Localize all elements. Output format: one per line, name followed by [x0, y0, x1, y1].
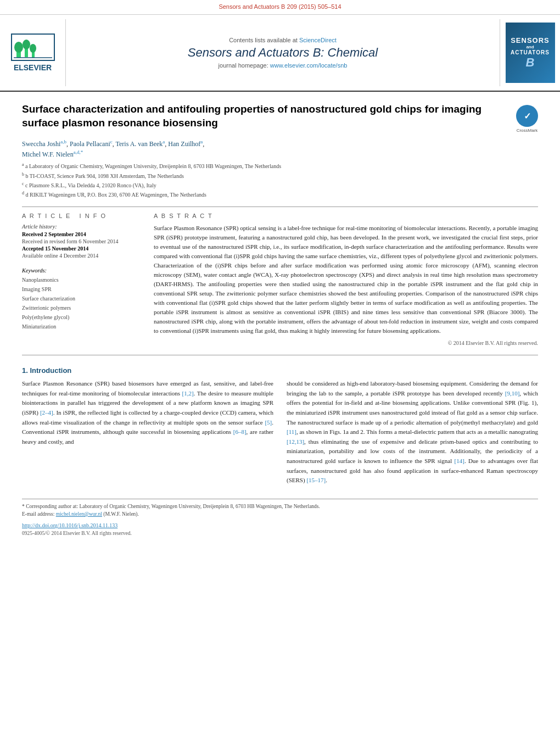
- intro-paragraph-1: Surface Plasmon Resonance (SPR) based bi…: [22, 379, 273, 447]
- ref-9-10[interactable]: [9,10]: [505, 390, 520, 397]
- divider-2: [22, 355, 538, 355]
- ref-11[interactable]: [11]: [287, 428, 296, 435]
- affiliations: a a Laboratory of Organic Chemistry, Wag…: [22, 161, 538, 199]
- homepage-line: journal homepage: www.elsevier.com/locat…: [219, 62, 348, 69]
- revised-date: Received in revised form 6 November 2014: [22, 237, 143, 246]
- received-date: Received 2 September 2014: [22, 231, 143, 237]
- intro-paragraph-2: should be considered as high-end laborat…: [287, 379, 538, 486]
- keyword-5: Poly(ethylene glycol): [22, 313, 143, 322]
- accepted-date: Accepted 15 November 2014: [22, 246, 143, 252]
- crossmark-badge: ✓ CrossMark: [516, 105, 538, 127]
- top-bar: Sensors and Actuators B 209 (2015) 505–5…: [0, 0, 560, 15]
- author-joshi: Sweccha Joshi: [22, 140, 60, 148]
- ref-1-2[interactable]: [1,2]: [182, 390, 194, 397]
- keyword-1: Nanoplasmonics: [22, 275, 143, 284]
- article-history: Article history: Received 2 September 20…: [22, 224, 143, 260]
- affiliation-d: d d RIKILT Wageningen UR, P.O. Box 230, …: [22, 190, 538, 199]
- abstract-text: Surface Plasmon Resonance (SPR) optical …: [154, 224, 538, 336]
- journal-info-center: Contents lists available at ScienceDirec…: [66, 19, 500, 86]
- introduction-section: 1. Introduction Surface Plasmon Resonanc…: [22, 366, 538, 537]
- elsevier-logo-area: ELSEVIER: [0, 19, 66, 86]
- doi-link[interactable]: http://dx.doi.org/10.1016/j.snb.2014.11.…: [22, 522, 117, 528]
- author-pellacani: Paola Pellacani: [70, 140, 110, 148]
- author-vanbeek: Teris A. van Beek: [116, 140, 163, 148]
- keyword-4: Zwitterionic polymers: [22, 303, 143, 313]
- ref-6-8[interactable]: [6–8]: [233, 428, 247, 435]
- ref-14[interactable]: [14]: [455, 458, 464, 464]
- ref-15-17[interactable]: [15–17]: [306, 477, 326, 483]
- sensors-logo-actuators: AcTuators: [511, 49, 550, 55]
- copyright-notice: © 2014 Elsevier B.V. All rights reserved…: [154, 340, 538, 346]
- author-nielen: Michel W.F. Nielen: [22, 150, 74, 158]
- contents-line: Contents lists available at ScienceDirec…: [229, 37, 337, 43]
- email-link[interactable]: michel.nielen@wur.nl: [56, 511, 102, 517]
- svg-point-1: [14, 42, 23, 53]
- abstract-header: A B S T R A C T: [154, 213, 538, 219]
- introduction-title: 1. Introduction: [22, 366, 538, 375]
- info-abstract-section: A R T I C L E I N F O Article history: R…: [22, 213, 538, 347]
- sciencedirect-link[interactable]: ScienceDirect: [299, 37, 337, 43]
- contents-label: Contents lists available at: [229, 37, 298, 43]
- journal-title: Sensors and Actuators B: Chemical: [188, 46, 378, 60]
- elsevier-tree-icon: [14, 36, 52, 58]
- ref-5[interactable]: [5]: [265, 419, 272, 426]
- affiliation-b: b b TI-COAST, Science Park 904, 1098 XH …: [22, 171, 538, 181]
- email-person: (M.W.F. Nielen).: [103, 511, 139, 517]
- online-date: Available online 4 December 2014: [22, 252, 143, 260]
- introduction-columns: Surface Plasmon Resonance (SPR) based bi…: [22, 379, 538, 490]
- sensors-logo-and: and: [526, 44, 534, 49]
- homepage-label: journal homepage:: [219, 62, 268, 69]
- abstract-column: A B S T R A C T Surface Plasmon Resonanc…: [154, 213, 538, 347]
- divider-1: [22, 207, 538, 207]
- journal-reference: Sensors and Actuators B 209 (2015) 505–5…: [219, 3, 341, 10]
- keywords-section: Keywords: Nanoplasmonics Imaging SPR Sur…: [22, 267, 143, 331]
- journal-header: ELSEVIER Contents lists available at Sci…: [0, 15, 560, 92]
- paper-title: Surface characterization and antifouling…: [22, 103, 507, 130]
- main-content: Surface characterization and antifouling…: [0, 92, 560, 549]
- affiliation-c: c c Plasmore S.R.L., Via Deledda 4, 2102…: [22, 181, 538, 190]
- elsevier-logo: ELSEVIER: [11, 34, 55, 72]
- article-info-column: A R T I C L E I N F O Article history: R…: [22, 213, 143, 347]
- footnote-section: * Corresponding author at: Laboratory of…: [22, 499, 538, 538]
- introduction-col2: should be considered as high-end laborat…: [287, 379, 538, 490]
- doi-line: http://dx.doi.org/10.1016/j.snb.2014.11.…: [22, 521, 538, 529]
- authors-line: Sweccha Joshia,b, Paola Pellacanic, Teri…: [22, 138, 538, 159]
- affiliation-a: a a Laboratory of Organic Chemistry, Wag…: [22, 161, 538, 171]
- sensors-logo-b: B: [526, 55, 535, 70]
- keywords-title: Keywords:: [22, 267, 143, 274]
- ref-12-13[interactable]: [12,13]: [287, 438, 304, 445]
- sensors-logo-area: SENSORS and AcTuators B: [500, 19, 560, 86]
- sensors-logo-sensors: SENSORS: [511, 36, 550, 44]
- svg-point-3: [23, 40, 30, 49]
- keyword-3: Surface characterization: [22, 294, 143, 303]
- ref-2-4[interactable]: [2–4]: [40, 409, 53, 416]
- corresponding-author-note: * Corresponding author at: Laboratory of…: [22, 503, 538, 510]
- crossmark-icon: ✓: [516, 105, 538, 127]
- article-info-header: A R T I C L E I N F O: [22, 213, 143, 219]
- elsevier-name: ELSEVIER: [14, 63, 52, 72]
- elsevier-logo-box: [11, 34, 55, 61]
- svg-point-5: [30, 44, 36, 53]
- introduction-col1: Surface Plasmon Resonance (SPR) based bi…: [22, 379, 273, 490]
- history-title: Article history:: [22, 224, 143, 230]
- paper-title-section: Surface characterization and antifouling…: [22, 103, 538, 133]
- sensors-actuators-logo: SENSORS and AcTuators B: [506, 23, 555, 83]
- homepage-url[interactable]: www.elsevier.com/locate/snb: [270, 62, 348, 69]
- email-line: E-mail address: michel.nielen@wur.nl (M.…: [22, 510, 538, 518]
- author-zuilhof: Han Zuilhof: [168, 140, 200, 148]
- keyword-6: Miniaturization: [22, 322, 143, 331]
- email-label: E-mail address:: [22, 511, 54, 517]
- issn-line: 0925-4005/© 2014 Elsevier B.V. All right…: [22, 529, 538, 537]
- keyword-2: Imaging SPR: [22, 284, 143, 294]
